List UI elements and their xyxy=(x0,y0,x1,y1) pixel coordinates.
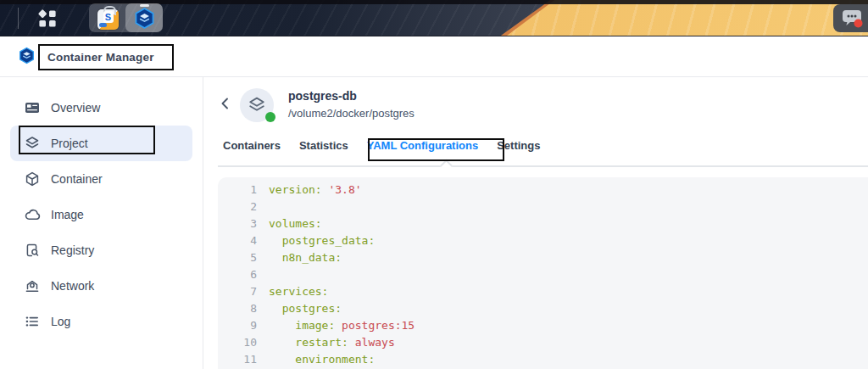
sidebar-item-label: Project xyxy=(51,137,88,150)
active-tab-notch xyxy=(440,159,453,173)
window-header: Container Manager xyxy=(0,36,868,77)
line-number: 3 xyxy=(218,215,257,232)
code-line: 10 restart: always xyxy=(218,334,868,351)
taskbar-divider xyxy=(18,8,19,29)
layers-icon xyxy=(24,135,41,152)
yaml-code-editor[interactable]: 1version: '3.8' 2 3volumes: 4 postgres_d… xyxy=(218,177,868,369)
line-number: 5 xyxy=(218,249,257,266)
line-number: 7 xyxy=(218,283,257,300)
layers-icon xyxy=(247,95,267,115)
main-menu-button[interactable] xyxy=(36,8,58,30)
tab-bar: Containers Statistics YAML Configuration… xyxy=(223,137,540,154)
sidebar-item-container[interactable]: Container xyxy=(0,161,203,197)
sidebar-item-label: Image xyxy=(51,208,84,221)
line-number: 2 xyxy=(218,198,257,215)
container-manager-taskbar-button[interactable] xyxy=(125,3,163,32)
status-running-dot xyxy=(265,112,275,122)
sidebar-nav: Overview Project Container Image xyxy=(0,77,203,369)
container-manager-logo-icon xyxy=(18,47,36,68)
sidebar-item-registry[interactable]: Registry xyxy=(0,232,203,268)
package-center-taskbar-button[interactable]: S xyxy=(89,3,126,32)
network-hub-icon xyxy=(24,277,41,294)
tab-divider-line xyxy=(218,165,868,167)
code-line: 2 xyxy=(218,198,868,215)
code-line: 5 n8n_data: xyxy=(218,249,868,266)
yaml-value: '3.8' xyxy=(322,182,362,198)
sidebar-item-label: Network xyxy=(51,279,94,293)
desktop-taskbar: S xyxy=(0,0,868,36)
line-number: 11 xyxy=(218,351,257,368)
line-number: 10 xyxy=(218,334,257,351)
taskbar-running-apps: S xyxy=(89,3,163,32)
yaml-key: version: xyxy=(269,182,322,198)
notification-dot xyxy=(854,19,863,27)
main-content: postgres-db /volume2/docker/postgres Con… xyxy=(203,77,868,369)
yaml-key: image: xyxy=(269,317,335,334)
yaml-value: postgres:15 xyxy=(335,317,415,334)
container-manager-icon xyxy=(133,7,156,30)
sidebar-item-overview[interactable]: Overview xyxy=(0,90,203,126)
sidebar-item-label: Log xyxy=(51,315,70,328)
project-path: /volume2/docker/postgres xyxy=(288,107,415,120)
tab-containers[interactable]: Containers xyxy=(223,137,281,154)
tab-settings[interactable]: Settings xyxy=(497,137,540,154)
cube-icon xyxy=(24,171,41,187)
code-line: 11 environment: xyxy=(218,351,868,368)
package-center-letter: S xyxy=(103,11,114,23)
cloud-icon xyxy=(24,206,41,223)
document-search-icon xyxy=(24,242,41,259)
line-number: 8 xyxy=(218,300,257,317)
sidebar-item-network[interactable]: Network xyxy=(0,268,203,304)
sidebar-item-image[interactable]: Image xyxy=(0,197,203,232)
window-title: Container Manager xyxy=(47,51,154,64)
main-menu-grid-icon xyxy=(36,8,58,30)
project-avatar xyxy=(240,88,274,122)
chevron-left-icon xyxy=(219,96,231,111)
chat-notifications-button[interactable] xyxy=(833,4,868,32)
list-icon xyxy=(24,313,41,330)
yaml-key: postgres_data: xyxy=(269,232,375,249)
back-button[interactable] xyxy=(219,96,236,113)
code-line: 1version: '3.8' xyxy=(218,182,868,198)
tab-statistics[interactable]: Statistics xyxy=(299,137,348,154)
active-app-indicator xyxy=(140,4,149,7)
code-line: 6 xyxy=(218,266,868,283)
line-number: 6 xyxy=(218,266,257,283)
yaml-key: environment: xyxy=(269,351,375,368)
code-line: 7services: xyxy=(218,283,868,300)
sidebar-item-label: Container xyxy=(51,172,103,186)
yaml-key: postgres: xyxy=(269,300,342,317)
yaml-key: services: xyxy=(269,283,328,300)
sidebar-item-project[interactable]: Project xyxy=(10,126,192,161)
sidebar-item-log[interactable]: Log xyxy=(0,304,203,339)
package-center-icon: S xyxy=(97,9,119,30)
yaml-value: always xyxy=(348,334,395,351)
code-line: 8 postgres: xyxy=(218,300,868,317)
code-line: 9 image: postgres:15 xyxy=(218,317,868,334)
yaml-key: n8n_data: xyxy=(269,249,342,266)
line-number: 9 xyxy=(218,317,257,334)
sidebar-item-label: Overview xyxy=(51,101,100,115)
sidebar-item-label: Registry xyxy=(51,243,94,257)
tab-yaml-configurations[interactable]: YAML Configurations xyxy=(367,137,478,154)
chat-bubble-icon xyxy=(840,7,864,31)
code-line: 4 postgres_data: xyxy=(218,232,868,249)
yaml-key: restart: xyxy=(269,334,348,351)
line-number: 1 xyxy=(218,182,257,198)
code-line: 3volumes: xyxy=(218,215,868,232)
overview-card-icon xyxy=(24,99,41,116)
line-number: 4 xyxy=(218,232,257,249)
project-name: postgres-db xyxy=(288,89,357,103)
yaml-key: volumes: xyxy=(269,215,322,232)
container-manager-screen: S xyxy=(0,0,868,369)
